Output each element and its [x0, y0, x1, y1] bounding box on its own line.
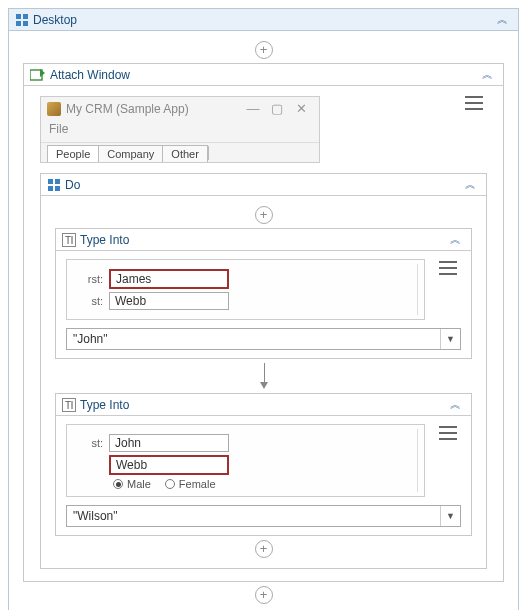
field-label: rst:	[75, 273, 109, 285]
options-menu-button[interactable]	[465, 96, 483, 110]
type-into-body: rst: James st: Webb	[56, 251, 471, 326]
add-activity-button[interactable]: +	[255, 41, 273, 59]
target-field-highlighted: James	[109, 269, 229, 289]
radio-label: Female	[179, 478, 216, 490]
svg-rect-3	[23, 21, 28, 26]
add-activity-button[interactable]: +	[255, 206, 273, 224]
tab-other: Other	[163, 145, 208, 162]
radio-label: Male	[127, 478, 151, 490]
type-into-panel-1: T Type Into ︽ rst: James	[55, 228, 472, 359]
target-field-highlighted: Webb	[109, 455, 229, 475]
add-activity-button[interactable]: +	[255, 586, 273, 604]
svg-rect-7	[48, 186, 53, 191]
svg-rect-0	[16, 14, 21, 19]
add-activity-button[interactable]: +	[255, 540, 273, 558]
maximize-icon: ▢	[265, 101, 289, 116]
type-into-title: Type Into	[80, 233, 446, 247]
options-menu-button[interactable]	[439, 426, 457, 440]
svg-rect-2	[16, 21, 21, 26]
type-into-panel-2: T Type Into ︽ st: John	[55, 393, 472, 536]
svg-rect-5	[48, 179, 53, 184]
window-title: My CRM (Sample App)	[66, 102, 241, 116]
collapse-icon[interactable]: ︽	[478, 67, 497, 82]
svg-rect-8	[55, 186, 60, 191]
text-value-input[interactable]: "Wilson" ▼	[66, 505, 461, 527]
desktop-header[interactable]: Desktop ︽	[9, 9, 518, 31]
text-value: "Wilson"	[67, 507, 440, 525]
type-into-header[interactable]: T Type Into ︽	[56, 394, 471, 416]
app-icon	[47, 102, 61, 116]
flow-arrow-icon	[263, 363, 265, 389]
sequence-icon	[15, 13, 29, 27]
svg-text:T: T	[65, 400, 71, 411]
field-label: st:	[75, 295, 109, 307]
collapse-icon[interactable]: ︽	[461, 177, 480, 192]
desktop-title: Desktop	[33, 13, 493, 27]
field-preview: John	[109, 434, 229, 452]
tab-company: Company	[99, 145, 163, 162]
window-tabs: People Company Other	[41, 142, 319, 162]
do-sequence-panel: Do ︽ + T Type Into	[40, 173, 487, 569]
collapse-icon[interactable]: ︽	[446, 397, 465, 412]
type-into-header[interactable]: T Type Into ︽	[56, 229, 471, 251]
desktop-sequence-panel: Desktop ︽ + Attach Window ︽	[8, 8, 519, 610]
options-menu-button[interactable]	[439, 261, 457, 275]
do-title: Do	[65, 178, 461, 192]
desktop-body: + Attach Window ︽ My CRM (Sampl	[9, 31, 518, 610]
type-into-body: st: John Webb Male Fema	[56, 416, 471, 503]
selector-screenshot[interactable]: rst: James st: Webb	[66, 259, 425, 320]
minimize-icon: —	[241, 101, 265, 116]
field-label: st:	[75, 437, 109, 449]
collapse-icon[interactable]: ︽	[446, 232, 465, 247]
attach-window-icon	[30, 68, 46, 82]
radio-group-preview: Male Female	[75, 478, 416, 490]
type-into-icon: T	[62, 398, 76, 412]
selector-screenshot[interactable]: st: John Webb Male Fema	[66, 424, 425, 497]
sequence-icon	[47, 178, 61, 192]
dropdown-caret-icon[interactable]: ▼	[440, 329, 460, 349]
svg-rect-6	[55, 179, 60, 184]
radio-checked-icon	[113, 479, 123, 489]
attach-window-panel: Attach Window ︽ My CRM (Sample App) — ▢ …	[23, 63, 504, 582]
field-preview: Webb	[109, 292, 229, 310]
attach-window-title: Attach Window	[50, 68, 478, 82]
attach-window-body: My CRM (Sample App) — ▢ ✕ File People Co…	[24, 86, 503, 581]
radio-unchecked-icon	[165, 479, 175, 489]
attach-window-header[interactable]: Attach Window ︽	[24, 64, 503, 86]
tab-people: People	[47, 145, 99, 162]
collapse-icon[interactable]: ︽	[493, 12, 512, 27]
text-value: "John"	[67, 330, 440, 348]
svg-text:T: T	[65, 235, 71, 246]
close-icon: ✕	[289, 101, 313, 116]
do-body: + T Type Into ︽	[41, 196, 486, 568]
selector-screenshot[interactable]: My CRM (Sample App) — ▢ ✕ File People Co…	[40, 96, 320, 163]
window-titlebar: My CRM (Sample App) — ▢ ✕	[41, 97, 319, 120]
text-value-input[interactable]: "John" ▼	[66, 328, 461, 350]
svg-rect-1	[23, 14, 28, 19]
dropdown-caret-icon[interactable]: ▼	[440, 506, 460, 526]
window-menu: File	[41, 120, 319, 142]
type-into-title: Type Into	[80, 398, 446, 412]
type-into-icon: T	[62, 233, 76, 247]
do-header[interactable]: Do ︽	[41, 174, 486, 196]
